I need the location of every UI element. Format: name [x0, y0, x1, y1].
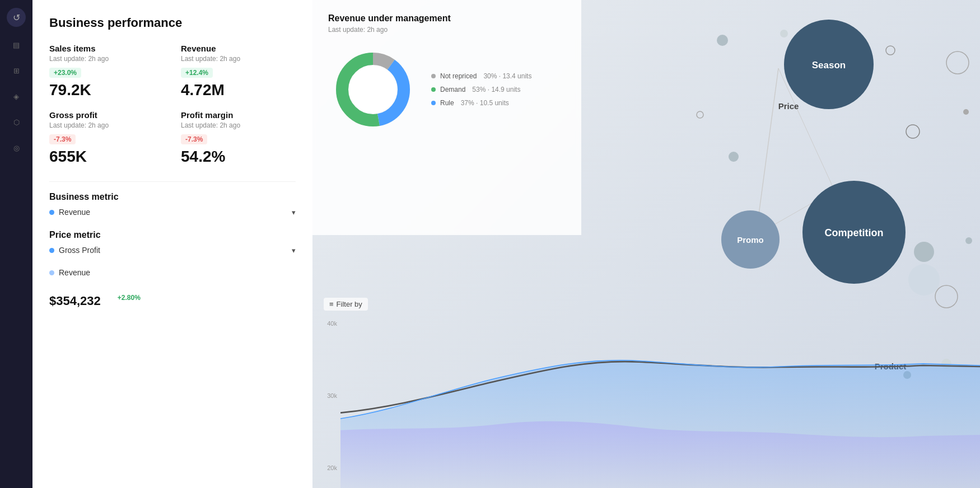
sidebar-icon-analytics[interactable]: ◈: [8, 88, 24, 104]
legend-pct-not-repriced: 30% · 13.4 units: [483, 72, 531, 80]
bubble-small-1: [717, 35, 728, 46]
rum-panel: Revenue under management Last update: 2h…: [312, 0, 581, 235]
chart-panel: ≡ Filter by 40k 30k 20k: [312, 298, 980, 488]
rum-title: Revenue under management: [328, 13, 566, 24]
stat-revenue-value: $354,232: [49, 294, 101, 308]
stat-val-1: $354,232: [49, 294, 101, 308]
kpi-profit-margin: Profit margin Last update: 2h ago -7.3% …: [181, 110, 296, 166]
divider-1: [49, 181, 296, 182]
bubble-small-8: [914, 242, 934, 262]
kpi-sales-items-update: Last update: 2h ago: [49, 55, 164, 63]
sidebar: ↺ ▤ ⊞ ◈ ⬡ ◎: [0, 0, 32, 488]
bubble-small-5: [729, 152, 739, 162]
line-season-promo: [756, 68, 778, 235]
bubble-competition-label: Competition: [825, 227, 884, 238]
bubble-small-4: [697, 111, 703, 118]
bubble-small-3: [886, 46, 895, 55]
legend-pct-rule: 37% · 10.5 units: [461, 99, 509, 107]
chart-header: ≡ Filter by: [324, 298, 368, 311]
legend-dot-not-repriced: [431, 74, 436, 78]
legend-label-demand: Demand: [440, 86, 465, 93]
filter-icon: ≡: [329, 300, 334, 308]
legend-pct-demand: 53% · 14.9 units: [472, 86, 520, 93]
legend-label-not-repriced: Not repriced: [440, 72, 477, 80]
kpi-revenue: Revenue Last update: 2h ago +12.4% 4.72M: [181, 44, 296, 99]
kpi-revenue-badge: +12.4%: [181, 68, 213, 78]
chart-yaxis: 40k 30k 20k: [312, 315, 340, 488]
sidebar-icon-settings[interactable]: ⬡: [8, 114, 24, 130]
business-metric-heading: Business metric: [49, 192, 296, 202]
line-season-competition: [778, 68, 834, 190]
page-title: Business performance: [49, 16, 296, 30]
line-chart-svg: [340, 315, 980, 488]
kpi-gross-profit-value: 655K: [49, 148, 164, 166]
price-metric-row: Gross Profit ▾: [49, 246, 296, 255]
price-metric-dot: [49, 248, 54, 253]
filter-label: Filter by: [337, 300, 362, 308]
bubble-promo: [721, 210, 780, 269]
kpi-gross-profit-update: Last update: 2h ago: [49, 121, 164, 129]
kpi-sales-items: Sales items Last update: 2h ago +23.0% 7…: [49, 44, 164, 99]
bubble-small-14: [965, 237, 972, 244]
business-metric-row: Revenue ▾: [49, 208, 296, 217]
line-competition-promo: [756, 190, 834, 235]
main-content: Business performance Sales items Last up…: [32, 0, 980, 488]
bubble-small-2: [780, 30, 788, 37]
legend-rule: Rule 37% · 10.5 units: [431, 99, 531, 107]
rum-legend: Not repriced 30% · 13.4 units Demand 53%…: [431, 72, 531, 107]
filter-button[interactable]: ≡ Filter by: [324, 298, 368, 311]
bubble-promo-label: Promo: [737, 235, 764, 245]
price-metric-heading: Price metric: [49, 230, 296, 240]
kpi-profit-margin-label: Profit margin: [181, 110, 296, 120]
rum-content: Not repriced 30% · 13.4 units Demand 53%…: [328, 45, 566, 134]
sidebar-icon-dashboard[interactable]: ⊞: [8, 63, 24, 78]
price-metric-name: Gross Profit: [59, 246, 287, 255]
bubble-small-6: [906, 125, 920, 138]
legend-demand: Demand 53% · 14.9 units: [431, 86, 531, 93]
legend-dot-demand: [431, 87, 436, 92]
price-metric-dropdown[interactable]: ▾: [292, 246, 296, 255]
bottom-stats: $354,232 +2.80%: [49, 294, 296, 308]
price-sub-metric-name: Revenue: [59, 268, 296, 277]
stat-change-value: +2.80%: [118, 294, 141, 308]
yaxis-20k: 20k: [312, 464, 340, 471]
right-area: Revenue under management Last update: 2h…: [312, 0, 980, 488]
donut-svg: [328, 45, 418, 134]
kpi-grid: Sales items Last update: 2h ago +23.0% 7…: [49, 44, 296, 166]
sidebar-icon-menu[interactable]: ▤: [8, 37, 24, 53]
kpi-sales-items-badge: +23.0%: [49, 68, 81, 78]
legend-dot-rule: [431, 101, 436, 105]
bubble-small-13: [963, 109, 969, 115]
kpi-profit-margin-value: 54.2%: [181, 148, 296, 166]
yaxis-30k: 30k: [312, 392, 340, 399]
stat-change-1: +2.80%: [118, 294, 141, 302]
bubble-small-7: [908, 264, 940, 295]
sidebar-logo[interactable]: ↺: [7, 8, 26, 27]
business-metric-name: Revenue: [59, 208, 287, 217]
chart-svg-wrapper: [340, 315, 980, 488]
bubble-season-label: Season: [812, 60, 846, 71]
legend-not-repriced: Not repriced 30% · 13.4 units: [431, 72, 531, 80]
yaxis-40k: 40k: [312, 320, 340, 327]
kpi-revenue-value: 4.72M: [181, 81, 296, 99]
kpi-gross-profit-badge: -7.3%: [49, 134, 76, 144]
price-sub-metric-row: Revenue: [49, 268, 296, 277]
rum-update: Last update: 2h ago: [328, 26, 566, 34]
sidebar-icon-profile[interactable]: ◎: [8, 140, 24, 156]
kpi-sales-items-value: 79.2K: [49, 81, 164, 99]
bubble-price-label: Price: [778, 101, 799, 111]
kpi-gross-profit: Gross profit Last update: 2h ago -7.3% 6…: [49, 110, 164, 166]
legend-label-rule: Rule: [440, 99, 454, 107]
svg-point-4: [349, 66, 396, 113]
kpi-sales-items-label: Sales items: [49, 44, 164, 53]
kpi-gross-profit-label: Gross profit: [49, 110, 164, 120]
kpi-revenue-update: Last update: 2h ago: [181, 55, 296, 63]
business-metric-dot: [49, 210, 54, 215]
donut-chart: [328, 45, 418, 134]
bubble-small-12: [946, 51, 969, 74]
left-panel: Business performance Sales items Last up…: [32, 0, 312, 488]
kpi-profit-margin-badge: -7.3%: [181, 134, 207, 144]
business-metric-dropdown[interactable]: ▾: [292, 208, 296, 217]
kpi-revenue-label: Revenue: [181, 44, 296, 53]
kpi-profit-margin-update: Last update: 2h ago: [181, 121, 296, 129]
